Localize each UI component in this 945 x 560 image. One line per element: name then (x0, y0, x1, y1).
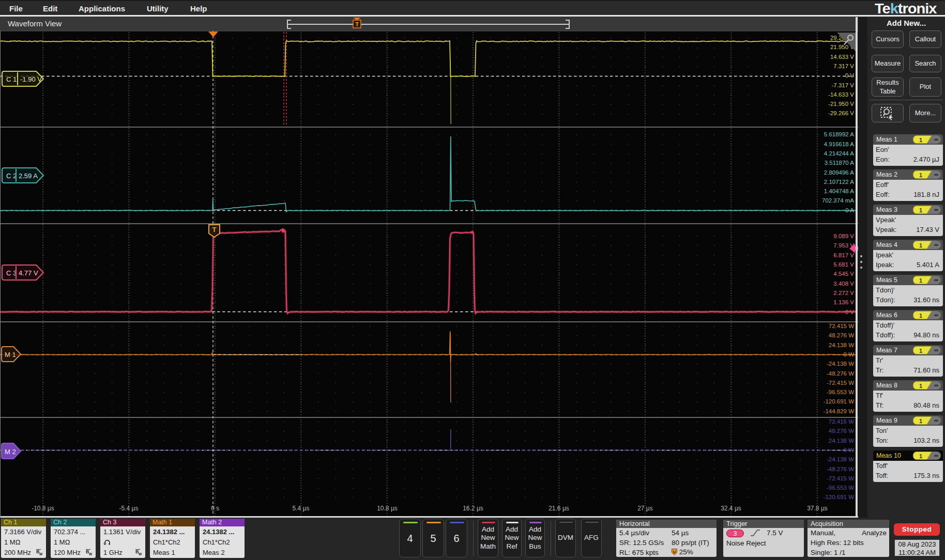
svg-text:72.415 W: 72.415 W (829, 418, 854, 425)
svg-text:1: 1 (919, 242, 922, 248)
svg-text:9.089 V: 9.089 V (833, 233, 854, 239)
svg-text:4.77 V: 4.77 V (19, 269, 38, 277)
svg-text:C 3: C 3 (6, 269, 17, 277)
svg-text:C 1: C 1 (6, 75, 17, 83)
svg-text:U: U (673, 550, 676, 554)
svg-text:2.809496 A: 2.809496 A (824, 169, 855, 176)
svg-text:-72.415 W: -72.415 W (827, 475, 854, 481)
svg-text:W: W (89, 552, 93, 556)
svg-text:-10.8 µs: -10.8 µs (32, 505, 54, 512)
svg-text:48.276 W: 48.276 W (829, 332, 854, 338)
svg-text:5.618992 A: 5.618992 A (824, 131, 855, 137)
svg-text:-120.691 W: -120.691 W (824, 398, 855, 405)
svg-text:4.214244 A: 4.214244 A (824, 150, 855, 157)
svg-text:32.4 µs: 32.4 µs (721, 505, 741, 512)
svg-text:1.404748 A: 1.404748 A (824, 188, 855, 194)
svg-text:3.408 V: 3.408 V (833, 281, 854, 287)
svg-text:M 2: M 2 (5, 448, 16, 456)
svg-text:2.107122 A: 2.107122 A (824, 179, 855, 185)
svg-text:10.8 µs: 10.8 µs (377, 505, 398, 512)
svg-text:0 W: 0 W (844, 447, 855, 453)
svg-text:T: T (212, 226, 217, 234)
svg-text:4.916618 A: 4.916618 A (824, 141, 855, 147)
svg-text:48.276 W: 48.276 W (829, 428, 854, 434)
svg-text:1: 1 (919, 277, 922, 284)
svg-text:-72.415 W: -72.415 W (827, 380, 854, 386)
svg-text:-48.276 W: -48.276 W (827, 466, 854, 472)
svg-text:0 A: 0 A (845, 207, 854, 213)
svg-text:-21.950 V: -21.950 V (828, 101, 854, 107)
svg-text:W: W (39, 552, 43, 556)
svg-text:1: 1 (919, 313, 922, 319)
svg-text:M 1: M 1 (5, 351, 16, 359)
svg-text:-24.138 W: -24.138 W (827, 456, 854, 462)
svg-text:1: 1 (919, 137, 922, 143)
svg-text:-7.317 V: -7.317 V (832, 82, 855, 88)
svg-text:14.633 V: 14.633 V (830, 54, 854, 60)
svg-text:1: 1 (919, 172, 922, 178)
svg-text:-144.829 W: -144.829 W (824, 408, 855, 414)
svg-text:0 V: 0 V (845, 309, 855, 315)
svg-text:0 V: 0 V (845, 72, 855, 79)
svg-text:1.136 V: 1.136 V (833, 299, 854, 305)
svg-text:-14.633 V: -14.633 V (828, 91, 854, 98)
svg-text:1: 1 (919, 348, 922, 354)
svg-text:5.4 µs: 5.4 µs (293, 505, 310, 512)
svg-text:0 s: 0 s (211, 505, 219, 512)
svg-text:27 µs: 27 µs (637, 505, 653, 512)
svg-text:7.317 V: 7.317 V (833, 63, 854, 69)
svg-text:702.374 mA: 702.374 mA (822, 197, 854, 204)
svg-text:1: 1 (919, 207, 922, 213)
svg-text:-29.266 V: -29.266 V (828, 110, 854, 116)
svg-text:21.6 µs: 21.6 µs (548, 505, 569, 512)
svg-text:72.415 W: 72.415 W (829, 323, 854, 329)
svg-text:5.681 V: 5.681 V (833, 261, 854, 268)
svg-text:24.138 W: 24.138 W (829, 342, 854, 348)
svg-text:6.817 V: 6.817 V (833, 252, 854, 258)
svg-text:24.138 W: 24.138 W (829, 438, 854, 444)
svg-text:-120.691 W: -120.691 W (824, 494, 855, 500)
svg-text:C 2: C 2 (6, 172, 17, 180)
svg-text:-96.553 W: -96.553 W (827, 389, 854, 395)
svg-text:4.545 V: 4.545 V (833, 271, 854, 277)
svg-text:-5.4 µs: -5.4 µs (119, 505, 139, 512)
svg-text:1: 1 (919, 383, 922, 389)
svg-text:-1.90 V: -1.90 V (20, 75, 42, 83)
svg-text:-96.553 W: -96.553 W (827, 485, 854, 491)
svg-text:W: W (139, 552, 142, 556)
svg-text:1: 1 (919, 418, 922, 424)
svg-text:3.511870 A: 3.511870 A (825, 160, 855, 166)
svg-text:1: 1 (919, 453, 922, 459)
svg-text:-48.276 W: -48.276 W (827, 370, 854, 377)
svg-text:2.59 A: 2.59 A (19, 172, 38, 180)
svg-text:2.272 V: 2.272 V (833, 290, 854, 296)
svg-text:37.8 µs: 37.8 µs (807, 505, 828, 512)
svg-text:-24.138 W: -24.138 W (827, 361, 854, 367)
svg-text:0 W: 0 W (844, 351, 855, 357)
svg-text:16.2 µs: 16.2 µs (463, 505, 483, 512)
